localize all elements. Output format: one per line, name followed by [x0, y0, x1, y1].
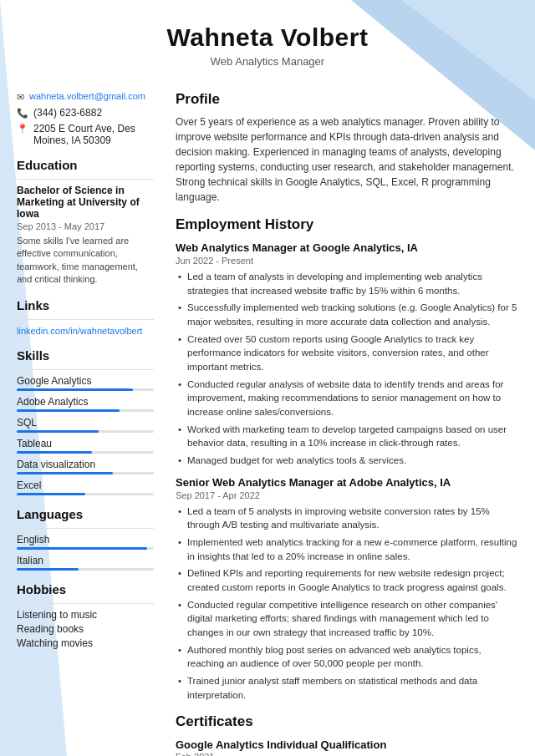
edu-degree: Bachelor of Science in Marketing at Univ… [17, 185, 154, 220]
skill-item: Tableau [17, 438, 154, 454]
skill-label: SQL [17, 417, 154, 429]
skills-list: Google Analytics Adobe Analytics SQL Tab… [17, 375, 154, 495]
phone-text: (344) 623-6882 [33, 107, 102, 119]
skill-item: Data visualization [17, 459, 154, 474]
job-dates: Jun 2022 - Present [176, 256, 518, 266]
job-bullet: Authored monthly blog post series on adv… [176, 643, 518, 671]
skills-divider [17, 369, 154, 370]
job-bullet: Worked with marketing team to develop ta… [176, 423, 518, 450]
profile-section-title: Profile [176, 91, 518, 108]
job-title: Senior Web Analytics Manager at Adobe An… [176, 476, 518, 489]
skill-item: Excel [17, 479, 154, 495]
job-entry: Senior Web Analytics Manager at Adobe An… [176, 476, 518, 703]
skills-section-title: Skills [17, 348, 154, 363]
hobbies-list: Listening to musicReading booksWatching … [17, 609, 154, 649]
linkedin-link[interactable]: linkedin.com/in/wahnetavolbert [17, 326, 142, 336]
skill-bar-fill [17, 409, 120, 412]
candidate-title: Web Analytics Manager [17, 55, 518, 68]
language-label: English [17, 534, 154, 545]
hobby-item: Watching movies [17, 637, 154, 649]
job-bullet: Led a team of analysts in developing and… [176, 270, 518, 297]
skill-bar-bg [17, 388, 154, 391]
email-icon: ✉ [17, 92, 24, 103]
job-bullet: Trained junior analyst staff members on … [176, 674, 518, 702]
skill-bar-bg [17, 493, 154, 495]
job-bullet: Implemented web analytics tracking for a… [176, 535, 518, 563]
skill-label: Adobe Analytics [17, 396, 154, 408]
skill-bar-fill [17, 430, 99, 433]
skill-bar-bg [17, 409, 154, 412]
skill-item: Adobe Analytics [17, 396, 154, 412]
header: Wahneta Volbert Web Analytics Manager [0, 0, 535, 83]
contact-phone: 📞 (344) 623-6882 [17, 107, 154, 119]
edu-dates: Sep 2013 - May 2017 [17, 221, 154, 231]
skill-bar-bg [17, 472, 154, 474]
skill-bar-fill [17, 472, 113, 474]
skill-bar-fill [17, 388, 133, 391]
cert-name: Google Analytics Individual Qualificatio… [176, 738, 518, 751]
edu-description: Some skills I've learned are effective c… [17, 235, 154, 287]
job-bullets: Led a team of analysts in developing and… [176, 270, 518, 468]
skill-item: Google Analytics [17, 375, 154, 391]
skill-bar-fill [17, 493, 85, 495]
language-label: Italian [17, 555, 154, 566]
links-section-title: Links [17, 298, 154, 312]
contact-email: ✉ wahneta.volbert@gmail.com [17, 91, 154, 103]
profile-text: Over 5 years of experience as a web anal… [176, 114, 518, 205]
candidate-name: Wahneta Volbert [17, 23, 518, 52]
hobby-item: Listening to music [17, 609, 154, 621]
address-text: 2205 E Court Ave, Des Moines, IA 50309 [33, 123, 154, 146]
cert-date: Feb 2021 [176, 752, 518, 756]
right-column: Profile Over 5 years of experience as a … [167, 83, 535, 756]
links-list: linkedin.com/in/wahnetavolbert [17, 325, 154, 337]
employment-list: Web Analytics Manager at Google Analytic… [176, 241, 518, 702]
skill-label: Google Analytics [17, 375, 154, 387]
email-link[interactable]: wahneta.volbert@gmail.com [29, 91, 145, 101]
skill-bar-bg [17, 430, 154, 433]
location-icon: 📍 [17, 124, 28, 134]
education-divider [17, 179, 154, 180]
skill-label: Excel [17, 479, 154, 491]
job-entry: Web Analytics Manager at Google Analytic… [176, 241, 518, 468]
job-bullets: Led a team of 5 analysts in improving we… [176, 505, 518, 703]
employment-section-title: Employment History [176, 216, 518, 233]
job-dates: Sep 2017 - Apr 2022 [176, 490, 518, 500]
language-bar-fill [17, 568, 79, 571]
page: Wahneta Volbert Web Analytics Manager ✉ … [0, 0, 535, 756]
contact-address: 📍 2205 E Court Ave, Des Moines, IA 50309 [17, 123, 154, 146]
job-bullet: Conducted regular analysis of website da… [176, 378, 518, 419]
certificates-list: Google Analytics Individual Qualificatio… [176, 738, 518, 756]
skill-label: Data visualization [17, 459, 154, 470]
skill-label: Tableau [17, 438, 154, 449]
languages-section-title: Languages [17, 507, 154, 521]
skill-item: SQL [17, 417, 154, 433]
languages-divider [17, 528, 154, 529]
main-content: ✉ wahneta.volbert@gmail.com 📞 (344) 623-… [0, 83, 535, 756]
phone-icon: 📞 [17, 108, 28, 119]
hobby-item: Reading books [17, 623, 154, 635]
language-item: English [17, 534, 154, 550]
job-title: Web Analytics Manager at Google Analytic… [176, 241, 518, 254]
hobbies-divider [17, 603, 154, 604]
left-column: ✉ wahneta.volbert@gmail.com 📞 (344) 623-… [0, 83, 167, 756]
job-bullet: Defined KPIs and reporting requirements … [176, 566, 518, 594]
certificate-entry: Google Analytics Individual Qualificatio… [176, 738, 518, 756]
links-divider [17, 319, 154, 320]
job-bullet: Conducted regular competitive intelligen… [176, 598, 518, 640]
language-bar-bg [17, 568, 154, 571]
skill-bar-bg [17, 451, 154, 454]
job-bullet: Created over 50 custom reports using Goo… [176, 332, 518, 374]
language-bar-bg [17, 547, 154, 550]
language-item: Italian [17, 555, 154, 571]
job-bullet: Managed budget for web analytics tools &… [176, 454, 518, 468]
certificates-section-title: Certificates [176, 713, 518, 730]
job-bullet: Led a team of 5 analysts in improving we… [176, 505, 518, 532]
languages-list: English Italian [17, 534, 154, 571]
education-section-title: Education [17, 158, 154, 172]
skill-bar-fill [17, 451, 92, 454]
language-bar-fill [17, 547, 147, 550]
hobbies-section-title: Hobbies [17, 582, 154, 596]
job-bullet: Successfully implemented web tracking so… [176, 301, 518, 328]
